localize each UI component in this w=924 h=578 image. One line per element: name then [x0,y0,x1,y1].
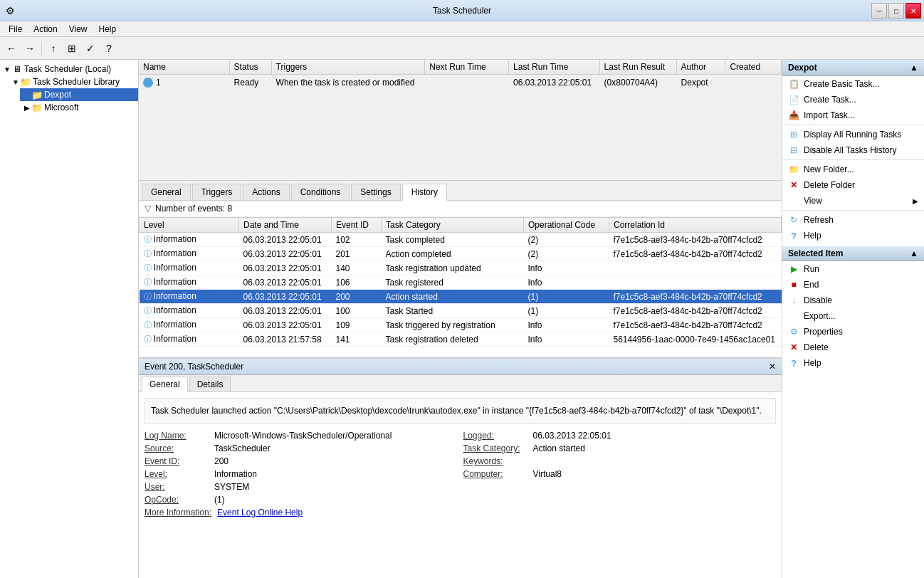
action-create-task-label: Create Task... [804,95,856,105]
history-row[interactable]: ⓘ Information 06.03.2013 22:05:01 140 Ta… [140,261,782,275]
app-icon: ⚙ [6,5,15,16]
action-end[interactable]: ■ End [782,277,924,293]
event-detail-header: Event 200, TaskScheduler ✕ [139,359,782,375]
actions-collapse-icon[interactable]: ▲ [910,63,918,73]
action-new-folder[interactable]: 📁 New Folder... [782,162,924,177]
selected-item-section-header: Selected Item ▲ [782,246,924,261]
disable-icon: ↓ [788,295,799,306]
event-detail-tab-details[interactable]: Details [189,377,231,392]
tab-actions[interactable]: Actions [243,184,289,200]
action-delete-label: Delete [804,342,829,352]
history-cell-corrId: f7e1c5c8-aef3-484c-b42b-a70ff74cfcd2 [609,247,782,261]
action-create-task[interactable]: 📄 Create Task... [782,92,924,107]
action-new-folder-label: New Folder... [804,164,854,174]
history-table-wrap[interactable]: Level Date and Time Event ID Task Catego… [139,217,782,357]
forward-button[interactable]: → [21,40,38,57]
action-sep-3 [782,210,924,211]
up-button[interactable]: ↑ [45,40,62,57]
window-controls: ─ □ ✕ [871,3,921,19]
history-cell-eventid: 109 [332,318,382,332]
check-button[interactable]: ✓ [82,40,99,57]
action-properties[interactable]: ⚙ Properties [782,324,924,340]
history-cell-level: ⓘ Information [140,247,239,261]
tab-triggers[interactable]: Triggers [192,184,242,200]
action-delete-folder[interactable]: ✕ Delete Folder [782,177,924,193]
history-row[interactable]: ⓘ Information 06.03.2013 22:05:01 201 Ac… [140,247,782,261]
history-row[interactable]: ⓘ Information 06.03.2013 22:05:01 100 Ta… [140,304,782,318]
action-view[interactable]: View ▶ [782,193,924,209]
event-detail-close-icon[interactable]: ✕ [769,362,776,372]
menu-help[interactable]: Help [93,23,122,36]
back-button[interactable]: ← [3,40,20,57]
tab-general[interactable]: General [142,184,191,200]
field-keywords: Keywords: [463,456,777,466]
history-row[interactable]: ⓘ Information 06.03.2013 22:05:01 200 Ac… [140,290,782,304]
opcode-label: OpCode: [145,495,209,505]
action-run[interactable]: ▶ Run [782,261,924,277]
event-detail-tabs: General Details [139,375,782,392]
history-panel: ▽ Number of events: 8 Level Date and Tim… [139,201,782,357]
history-cell-level: ⓘ Information [140,275,239,290]
tree-dexpot[interactable]: 📁 Dexpot [20,88,138,101]
maximize-button[interactable]: □ [888,3,904,19]
minimize-button[interactable]: ─ [871,3,887,19]
selected-collapse-icon[interactable]: ▲ [910,248,918,258]
history-row[interactable]: ⓘ Information 06.03.2013 21:57:58 141 Ta… [140,332,782,347]
event-detail-tab-general[interactable]: General [142,377,188,392]
task-list-area[interactable]: Name Status Triggers Next Run Time Last … [139,60,782,181]
tabs-bar: General Triggers Actions Conditions Sett… [139,181,782,201]
event-detail-body: Task Scheduler launched action "C:\Users… [139,392,782,578]
action-help-dexpot[interactable]: ? Help [782,228,924,243]
field-opcode: OpCode: (1) [145,495,458,505]
tab-settings[interactable]: Settings [351,184,400,200]
menu-view[interactable]: View [63,23,93,36]
history-row[interactable]: ⓘ Information 06.03.2013 22:05:01 106 Ta… [140,275,782,290]
history-row[interactable]: ⓘ Information 06.03.2013 22:05:01 102 Ta… [140,233,782,247]
event-count-label: Number of events: 8 [155,204,232,214]
tab-history[interactable]: History [402,184,447,201]
tree-library-arrow: ▼ [11,78,20,86]
task-list-header: Name Status Triggers Next Run Time Last … [139,60,782,75]
history-col-corrId: Correlation Id [609,218,782,233]
task-row[interactable]: 1 Ready When the task is created or modi… [139,75,782,91]
history-cell-corrId [609,261,782,275]
filter-icon: ▽ [145,204,151,214]
opcode-value: (1) [214,495,225,505]
task-triggers-cell: When the task is created or modified [272,76,426,89]
history-cell-eventid: 140 [332,261,382,275]
menu-file[interactable]: File [3,23,28,36]
tab-conditions[interactable]: Conditions [291,184,350,200]
action-refresh[interactable]: ↻ Refresh [782,212,924,228]
action-export[interactable]: Export... [782,308,924,324]
tree-library[interactable]: ▼ 📁 Task Scheduler Library [9,75,138,88]
action-delete[interactable]: ✕ Delete [782,340,924,355]
action-disable-history[interactable]: ⊟ Disable All Tasks History [782,142,924,158]
history-row[interactable]: ⓘ Information 06.03.2013 22:05:01 109 Ta… [140,318,782,332]
tree-microsoft[interactable]: ▶ 📁 Microsoft [20,101,138,114]
action-help-selected[interactable]: ? Help [782,355,924,371]
menu-action[interactable]: Action [28,23,63,36]
title-bar: ⚙ Task Scheduler ─ □ ✕ [0,0,924,21]
history-cell-level: ⓘ Information [140,318,239,332]
action-view-label: View [804,196,822,206]
action-create-basic-task[interactable]: 📋 Create Basic Task... [782,76,924,92]
action-import-task[interactable]: 📥 Import Task... [782,107,924,123]
col-author: Author [677,60,726,74]
history-cell-category: Task registered [382,275,524,290]
tree-microsoft-arrow: ▶ [23,104,31,112]
toolbar-separator-1 [41,41,42,56]
history-cell-category: Task triggered by registration [382,318,524,332]
grid-button[interactable]: ⊞ [63,40,80,57]
info-icon: ⓘ [144,235,152,243]
level-value: Information [214,469,257,479]
help-toolbar-button[interactable]: ? [100,40,117,57]
history-cell-category: Action started [382,290,524,304]
action-disable[interactable]: ↓ Disable [782,293,924,308]
close-button[interactable]: ✕ [905,3,921,19]
action-display-running[interactable]: ⊞ Display All Running Tasks [782,127,924,142]
menu-bar: File Action View Help [0,21,924,37]
action-run-label: Run [804,264,819,274]
more-info-link[interactable]: Event Log Online Help [217,508,303,517]
event-detail-panel: Event 200, TaskScheduler ✕ General Detai… [139,357,782,578]
tree-root[interactable]: ▼ 🖥 Task Scheduler (Local) [0,63,138,75]
